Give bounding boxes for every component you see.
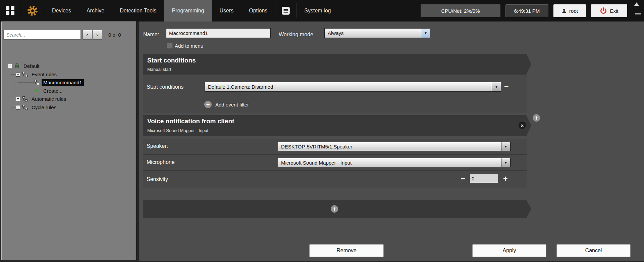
clock-display: 6:49:31 PM <box>505 4 548 17</box>
object-tree: − Default − Event rules <box>2 41 136 260</box>
search-input[interactable] <box>3 30 81 40</box>
tree-item-cycle-rules[interactable]: Cycle rules <box>30 104 58 111</box>
working-mode-select[interactable]: Always ▼ <box>324 28 430 38</box>
search-result-counter: 0 of 0 <box>108 32 121 38</box>
macro-icon <box>34 80 40 85</box>
exit-label: Exit <box>610 8 618 14</box>
user-button[interactable]: root <box>553 4 586 17</box>
add-action-button[interactable]: + <box>533 114 540 122</box>
tree-expander-icon[interactable]: + <box>16 97 20 101</box>
microphone-label: Microphone <box>147 159 175 165</box>
power-icon <box>600 7 607 14</box>
settings-gear-icon[interactable] <box>21 5 44 17</box>
tree-row-automatic-rules: + Automatic rules <box>2 95 136 103</box>
gear-icon <box>26 5 39 17</box>
sensitivity-increase-button[interactable]: + <box>503 175 507 183</box>
rules-branch-icon <box>22 104 28 110</box>
search-next-button[interactable]: ∨ <box>93 30 102 40</box>
add-event-filter-label[interactable]: Add event filter <box>215 102 249 107</box>
user-name-label: root <box>569 8 578 14</box>
speaker-label: Speaker: <box>147 143 168 149</box>
speaker-value: DESKTOP-5VRITM5/1.Speaker <box>278 142 501 151</box>
tree-item-default[interactable]: Default <box>22 63 41 69</box>
tree-item-event-rules[interactable]: Event rules <box>30 71 58 78</box>
apply-button[interactable]: Apply <box>472 244 546 257</box>
microphone-value: Microsoft Sound Mapper - Input <box>278 158 501 167</box>
macro-editor-panel: Name: Working mode Always ▼ Add to menu … <box>139 21 644 261</box>
menu-item-users[interactable]: Users <box>212 0 241 21</box>
tree-item-automatic-rules[interactable]: Automatic rules <box>30 96 68 102</box>
name-label: Name: <box>143 32 159 38</box>
tree-expander-icon[interactable]: − <box>16 72 20 77</box>
apps-grid-icon[interactable] <box>6 6 15 15</box>
menu-item-options[interactable]: Options <box>241 0 275 21</box>
person-icon <box>561 8 567 13</box>
voice-notification-banner: Voice notification from client Microsoft… <box>143 115 531 136</box>
add-to-menu-label: Add to menu <box>175 43 203 49</box>
name-input[interactable] <box>166 28 271 38</box>
server-icon <box>14 63 20 69</box>
tree-expander-icon[interactable]: + <box>16 105 20 110</box>
working-mode-value: Always <box>325 29 421 38</box>
search-prev-button[interactable]: ∧ <box>83 30 92 40</box>
start-conditions-row-label: Start conditions <box>147 84 183 90</box>
start-condition-value: Default: 1.Camera: Disarmed <box>205 82 492 91</box>
add-to-menu-checkbox[interactable] <box>167 43 172 48</box>
tree-row-macrocommand: Macrocommand1 <box>2 78 136 86</box>
tree-expander-icon[interactable]: − <box>8 64 12 68</box>
cpu-net-indicator[interactable]: CPU/Net: 2%/0% <box>421 4 500 17</box>
chevron-down-icon[interactable]: ▼ <box>501 158 510 167</box>
menu-item-programming[interactable]: Programming <box>164 0 212 21</box>
sensitivity-label: Sensivity <box>147 176 168 182</box>
exit-button[interactable]: Exit <box>591 4 627 17</box>
cancel-button[interactable]: Cancel <box>556 244 631 257</box>
tree-row-create: + Create... <box>2 87 136 95</box>
chevron-down-icon[interactable]: ▼ <box>492 82 501 91</box>
start-conditions-banner: Start conditions Manual start <box>143 54 531 75</box>
speaker-select[interactable]: DESKTOP-5VRITM5/1.Speaker ▼ <box>278 142 511 151</box>
start-conditions-subtitle: Manual start <box>147 67 171 72</box>
start-conditions-title: Start conditions <box>147 57 196 64</box>
top-menu-bar: Devices Archive Detection Tools Programm… <box>0 0 644 21</box>
tree-item-create[interactable]: Create... <box>42 88 64 94</box>
remove-condition-button[interactable]: − <box>504 83 508 91</box>
tree-row-cycle-rules: + Cycle rules <box>2 103 136 111</box>
sensitivity-decrease-button[interactable]: − <box>461 175 465 183</box>
start-condition-select[interactable]: Default: 1.Camera: Disarmed ▼ <box>205 82 501 92</box>
chevron-down-icon[interactable]: ▼ <box>421 29 430 38</box>
chevron-down-icon[interactable]: ▼ <box>501 142 510 151</box>
row-separator <box>143 154 527 155</box>
start-conditions-block: Start conditions Default: 1.Camera: Disa… <box>143 75 527 113</box>
tree-row-event-rules: − Event rules <box>2 70 136 78</box>
row-separator <box>143 170 527 171</box>
window-controls <box>627 0 644 21</box>
rules-branch-icon <box>22 96 28 102</box>
microphone-select[interactable]: Microsoft Sound Mapper - Input ▼ <box>278 158 511 167</box>
tree-row-default: − Default <box>2 62 136 70</box>
minimize-icon[interactable] <box>635 13 641 14</box>
voice-notification-block: Speaker: DESKTOP-5VRITM5/1.Speaker ▼ Mic… <box>143 139 527 188</box>
remove-button[interactable]: Remove <box>309 244 384 257</box>
sensitivity-input[interactable] <box>469 174 499 183</box>
add-event-filter-icon[interactable]: + <box>204 101 212 108</box>
collapse-arrow-icon[interactable] <box>634 2 639 6</box>
add-section-button[interactable]: + <box>331 205 338 213</box>
menu-item-detection-tools[interactable]: Detection Tools <box>112 0 164 21</box>
menu-item-system-log[interactable]: System log <box>297 0 338 21</box>
object-tree-panel: ∧ ∨ 0 of 0 − Default − <box>1 21 136 260</box>
create-plus-icon: + <box>34 88 40 94</box>
voice-notification-subtitle: Microsoft Sound Mapper - Input <box>147 128 208 133</box>
tree-item-macrocommand1[interactable]: Macrocommand1 <box>42 79 84 86</box>
menu-item-archive[interactable]: Archive <box>79 0 112 21</box>
working-mode-label: Working mode <box>279 32 313 38</box>
system-log-button[interactable] <box>275 6 296 16</box>
rules-branch-icon <box>22 72 28 77</box>
remove-action-button[interactable]: × <box>519 122 526 129</box>
voice-notification-title: Voice notification from client <box>147 118 234 125</box>
log-list-icon <box>281 6 291 16</box>
add-section-banner: + <box>143 200 531 218</box>
menu-item-devices[interactable]: Devices <box>44 0 79 21</box>
